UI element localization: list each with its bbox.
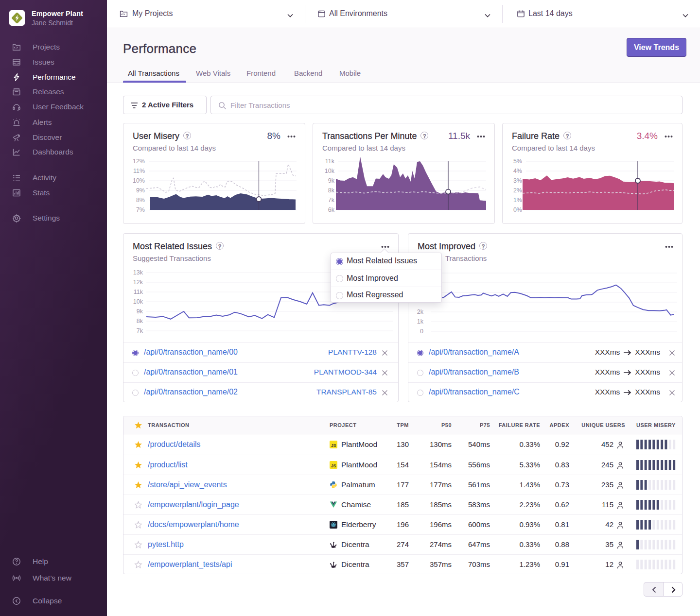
svg-text:7k: 7k [328, 197, 335, 204]
svg-text:5%: 5% [513, 158, 522, 165]
svg-text:9%: 9% [136, 187, 145, 194]
svg-text:11k: 11k [134, 289, 143, 295]
svg-text:1k: 1k [417, 318, 424, 325]
svg-text:0%: 0% [513, 206, 522, 213]
svg-text:7%: 7% [136, 206, 145, 213]
svg-text:6k: 6k [328, 206, 335, 213]
svg-text:10k: 10k [325, 168, 335, 174]
svg-text:12k: 12k [133, 279, 143, 286]
svg-text:1%: 1% [513, 197, 522, 204]
svg-text:10k: 10k [133, 298, 143, 305]
svg-text:11%: 11% [133, 168, 145, 174]
svg-text:11k: 11k [325, 158, 335, 165]
svg-text:7k: 7k [137, 327, 143, 334]
svg-text:9k: 9k [137, 308, 143, 315]
svg-text:13k: 13k [133, 269, 143, 276]
svg-text:9k: 9k [328, 177, 335, 184]
svg-text:2k: 2k [417, 308, 424, 315]
svg-text:4%: 4% [513, 168, 522, 174]
svg-text:3%: 3% [513, 177, 522, 184]
svg-text:0: 0 [420, 328, 423, 335]
svg-text:JS: JS [331, 463, 336, 468]
svg-text:8%: 8% [136, 197, 145, 204]
svg-text:2%: 2% [513, 187, 522, 194]
svg-text:JS: JS [331, 443, 336, 448]
svg-text:10%: 10% [133, 177, 145, 184]
svg-text:12%: 12% [133, 158, 145, 165]
svg-text:8k: 8k [328, 187, 335, 194]
svg-text:8k: 8k [137, 318, 143, 325]
